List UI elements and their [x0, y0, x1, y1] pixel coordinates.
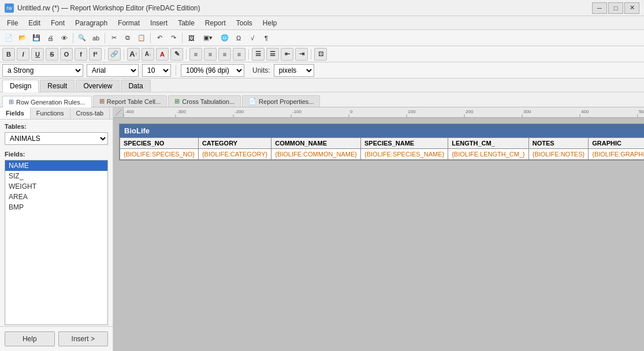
cut-button[interactable]: ✂ [107, 32, 120, 44]
menu-tools[interactable]: Tools [232, 18, 257, 28]
menu-edit[interactable]: Edit [24, 18, 45, 28]
tab-report-properties[interactable]: 📄 Report Properties... [242, 95, 320, 107]
ruler-corner-icon [114, 109, 122, 117]
field-bmp[interactable]: BMP [5, 202, 107, 212]
tab-report-table-cell[interactable]: ⊞ Report Table Cell... [93, 95, 167, 107]
field-dropdown-button[interactable]: ▣▾ [199, 32, 217, 44]
border-button[interactable]: ⊡ [314, 48, 327, 61]
report-canvas: BioLife SPECIES_NO CATEGORY COMMON_NAME … [113, 118, 644, 351]
shrink-font-button[interactable]: A↓ [142, 48, 154, 61]
insert-button[interactable]: Insert > [58, 331, 109, 346]
tab-data[interactable]: Data [121, 80, 150, 92]
zoom-dropdown[interactable]: 100% (96 dpi) [181, 64, 244, 77]
maximize-button[interactable]: □ [608, 2, 623, 14]
open-button[interactable]: 📂 [16, 32, 29, 44]
fmt-sep-5 [311, 49, 311, 59]
copy-button[interactable]: ⧉ [121, 32, 134, 44]
mono-button[interactable]: O [60, 48, 73, 61]
menu-help[interactable]: Help [258, 18, 282, 28]
fmt-sep-1 [105, 49, 105, 59]
units-dropdown[interactable]: pixels [274, 64, 314, 77]
svg-text:500: 500 [639, 109, 644, 114]
strikethrough-button[interactable]: S [46, 48, 58, 61]
justify-button[interactable]: ≡ [233, 48, 245, 61]
separator-1 [73, 33, 73, 43]
fn2-button[interactable]: f² [89, 48, 102, 61]
cell-icon: ⊞ [99, 98, 105, 105]
numbering-button[interactable]: ☰ [266, 48, 279, 61]
col-species-no: SPECIES_NO [120, 138, 199, 149]
sqrt-button[interactable]: √ [246, 32, 259, 44]
help-button[interactable]: Help [5, 331, 55, 346]
menu-report[interactable]: Report [200, 18, 230, 28]
style-dropdown[interactable]: a Strong [2, 64, 83, 77]
left-tab-fields[interactable]: Fields [0, 107, 31, 119]
find-button[interactable]: 🔍 [76, 32, 88, 44]
minimize-button[interactable]: ─ [592, 2, 607, 14]
link-button[interactable]: 🔗 [108, 48, 121, 61]
table-data-row: {BIOLIFE:SPECIES_NO} {BIOLIFE:CATEGORY} … [120, 149, 645, 160]
redo-button[interactable]: ↷ [167, 32, 180, 44]
fields-list: NAME SIZ_ WEIGHT AREA BMP [5, 160, 108, 325]
tab-result[interactable]: Result [40, 80, 75, 92]
paste-button[interactable]: 📋 [135, 32, 148, 44]
menu-paragraph[interactable]: Paragraph [70, 18, 112, 28]
font-dropdown[interactable]: Arial [87, 64, 139, 77]
fmt-sep-2 [124, 49, 124, 59]
globe-button[interactable]: 🌐 [218, 32, 231, 44]
font-color-button[interactable]: A [156, 48, 169, 61]
main-toolbar: 📄 📂 💾 🖨 👁 🔍 ab ✂ ⧉ 📋 ↶ ↷ 🖼 ▣▾ 🌐 Ω √ ¶ [0, 30, 644, 46]
cell-species-name: {BIOLIFE:SPECIES_NAME} [361, 149, 448, 160]
left-tab-crosstab[interactable]: Cross-tab [70, 107, 110, 119]
menu-table[interactable]: Table [173, 18, 199, 28]
italic-button[interactable]: I [17, 48, 29, 61]
save-button[interactable]: 💾 [30, 32, 43, 44]
ruler-corner [113, 107, 124, 118]
align-right-button[interactable]: ≡ [218, 48, 231, 61]
underline-button[interactable]: U [31, 48, 44, 61]
tab-cross-tabulation[interactable]: ⊞ Cross Tabulation... [168, 95, 241, 107]
left-tab-functions[interactable]: Functions [31, 107, 70, 119]
field-weight[interactable]: WEIGHT [5, 181, 107, 192]
image-button[interactable]: 🖼 [185, 32, 198, 44]
separator-3 [150, 33, 151, 43]
indent-button[interactable]: ⇥ [295, 48, 308, 61]
bold-button[interactable]: B [2, 48, 15, 61]
align-left-button[interactable]: ≡ [189, 48, 202, 61]
tables-dropdown[interactable]: ANIMALS [5, 132, 108, 145]
svg-text:-300: -300 [177, 109, 187, 114]
field-name[interactable]: NAME [5, 160, 107, 171]
tab-design[interactable]: Design [2, 80, 39, 92]
highlight-button[interactable]: ✎ [170, 48, 183, 61]
omega-button[interactable]: Ω [232, 32, 245, 44]
undo-button[interactable]: ↶ [153, 32, 166, 44]
pilcrow-button[interactable]: ¶ [260, 32, 273, 44]
grow-font-button[interactable]: A↑ [127, 48, 140, 61]
cell-common-name: {BIOLIFE:COMMON_NAME} [271, 149, 361, 160]
menu-format[interactable]: Format [113, 18, 144, 28]
col-notes: NOTES [528, 138, 588, 149]
align-center-button[interactable]: ≡ [204, 48, 217, 61]
close-button[interactable]: ✕ [624, 2, 639, 14]
outdent-button[interactable]: ⇤ [281, 48, 293, 61]
main-area: Fields Functions Cross-tab Tables: ANIMA… [0, 107, 644, 351]
print-button[interactable]: 🖨 [44, 32, 57, 44]
tab-row-generation[interactable]: ⊞ Row Generation Rules... [2, 96, 92, 107]
cell-notes: {BIOLIFE:NOTES} [528, 149, 588, 160]
new-button[interactable]: 📄 [2, 32, 15, 44]
size-dropdown[interactable]: 10 [142, 64, 171, 77]
menu-insert[interactable]: Insert [146, 18, 172, 28]
field-siz[interactable]: SIZ_ [5, 171, 107, 181]
ruler: -400 -300 -200 -100 0 100 200 300 [113, 107, 644, 118]
fn1-button[interactable]: f [75, 48, 87, 61]
left-tabs: Fields Functions Cross-tab [0, 107, 113, 120]
tab-overview[interactable]: Overview [76, 80, 120, 92]
svg-text:200: 200 [466, 109, 474, 114]
menu-file[interactable]: File [2, 18, 23, 28]
bullets-button[interactable]: ☰ [252, 48, 265, 61]
menu-font[interactable]: Font [46, 18, 69, 28]
find-replace-button[interactable]: ab [90, 32, 102, 44]
preview-button[interactable]: 👁 [58, 32, 70, 44]
field-area[interactable]: AREA [5, 192, 107, 202]
separator-4 [182, 33, 183, 43]
